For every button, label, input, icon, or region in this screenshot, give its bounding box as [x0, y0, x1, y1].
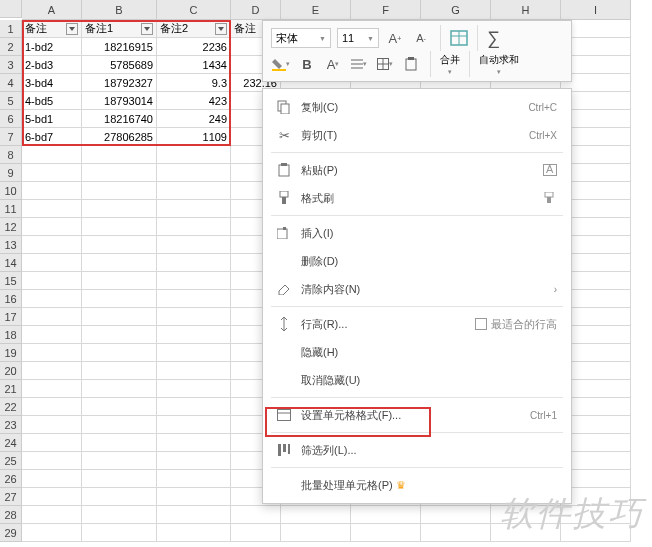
- font-select[interactable]: 宋体▼: [271, 28, 331, 48]
- align-button[interactable]: ▾: [349, 54, 369, 74]
- cell[interactable]: 249: [157, 110, 231, 128]
- best-fit-icon: [475, 318, 487, 330]
- header-cell-c[interactable]: 备注2: [157, 20, 231, 38]
- row-label[interactable]: 12: [0, 218, 22, 236]
- cell[interactable]: 5-bd1: [22, 110, 82, 128]
- row-label[interactable]: 11: [0, 200, 22, 218]
- row-label[interactable]: 28: [0, 506, 22, 524]
- col-A[interactable]: A: [22, 0, 82, 20]
- menu-delete[interactable]: 删除(D): [263, 247, 571, 275]
- svg-rect-3: [272, 69, 286, 71]
- row-label[interactable]: 14: [0, 254, 22, 272]
- svg-rect-15: [281, 163, 287, 166]
- row-label[interactable]: 17: [0, 308, 22, 326]
- fill-color-button[interactable]: ▾: [271, 54, 291, 74]
- row-label[interactable]: 29: [0, 524, 22, 542]
- col-H[interactable]: H: [491, 0, 561, 20]
- menu-format-painter[interactable]: 格式刷: [263, 184, 571, 212]
- paste-special-icon[interactable]: A: [543, 164, 557, 176]
- increase-font-icon[interactable]: A+: [385, 28, 405, 48]
- row-label[interactable]: 16: [0, 290, 22, 308]
- merge-button[interactable]: 合并▾: [440, 53, 460, 76]
- col-I[interactable]: I: [561, 0, 631, 20]
- row-label[interactable]: 2: [0, 38, 22, 56]
- menu-filter[interactable]: 筛选列(L)...: [263, 436, 571, 464]
- cell[interactable]: 9.3: [157, 74, 231, 92]
- col-D[interactable]: D: [231, 0, 281, 20]
- row-label[interactable]: 9: [0, 164, 22, 182]
- row-label[interactable]: 26: [0, 470, 22, 488]
- copy-icon: [273, 100, 295, 114]
- font-size-select[interactable]: 11▼: [337, 28, 379, 48]
- col-F[interactable]: F: [351, 0, 421, 20]
- autosum-button[interactable]: ∑: [487, 28, 500, 49]
- header-cell-b[interactable]: 备注1: [82, 20, 157, 38]
- row-label[interactable]: 13: [0, 236, 22, 254]
- menu-clear[interactable]: 清除内容(N) ›: [263, 275, 571, 303]
- cell[interactable]: 3-bd4: [22, 74, 82, 92]
- svg-rect-14: [279, 165, 289, 176]
- row-label[interactable]: 15: [0, 272, 22, 290]
- row-label[interactable]: 25: [0, 452, 22, 470]
- row-label[interactable]: 27: [0, 488, 22, 506]
- row-label[interactable]: 24: [0, 434, 22, 452]
- cell[interactable]: 1109: [157, 128, 231, 146]
- cell[interactable]: 423: [157, 92, 231, 110]
- autosum-label[interactable]: 自动求和▾: [479, 53, 519, 76]
- cell[interactable]: 1434: [157, 56, 231, 74]
- clipboard-button[interactable]: [401, 54, 421, 74]
- cell[interactable]: 27806285: [82, 128, 157, 146]
- cell[interactable]: 6-bd7: [22, 128, 82, 146]
- insert-icon: [273, 227, 295, 239]
- row-label[interactable]: 5: [0, 92, 22, 110]
- cell[interactable]: 2236: [157, 38, 231, 56]
- menu-paste[interactable]: 粘贴(P) A: [263, 156, 571, 184]
- menu-cut[interactable]: ✂ 剪切(T) Ctrl+X: [263, 121, 571, 149]
- col-B[interactable]: B: [82, 0, 157, 20]
- cell[interactable]: 18216740: [82, 110, 157, 128]
- row-label[interactable]: 22: [0, 398, 22, 416]
- row-label[interactable]: 20: [0, 362, 22, 380]
- cell[interactable]: 2-bd3: [22, 56, 82, 74]
- col-G[interactable]: G: [421, 0, 491, 20]
- cell[interactable]: 18793014: [82, 92, 157, 110]
- row-label[interactable]: 10: [0, 182, 22, 200]
- cell[interactable]: 1-bd2: [22, 38, 82, 56]
- row-label[interactable]: 7: [0, 128, 22, 146]
- bold-button[interactable]: B: [297, 54, 317, 74]
- row-label[interactable]: 18: [0, 326, 22, 344]
- menu-insert[interactable]: 插入(I): [263, 219, 571, 247]
- decrease-font-icon[interactable]: A-: [411, 28, 431, 48]
- svg-rect-13: [281, 104, 289, 114]
- menu-copy[interactable]: 复制(C) Ctrl+C: [263, 93, 571, 121]
- clipboard-icon: [273, 163, 295, 177]
- row-label[interactable]: 3: [0, 56, 22, 74]
- row-label[interactable]: 23: [0, 416, 22, 434]
- menu-format-cells[interactable]: 设置单元格格式(F)... Ctrl+1: [263, 401, 571, 429]
- filter-dropdown-icon[interactable]: [66, 23, 78, 35]
- menu-hide[interactable]: 隐藏(H): [263, 338, 571, 366]
- row-label[interactable]: 6: [0, 110, 22, 128]
- menu-unhide[interactable]: 取消隐藏(U): [263, 366, 571, 394]
- cell[interactable]: 18792327: [82, 74, 157, 92]
- menu-row-height[interactable]: 行高(R)... 最适合的行高: [263, 310, 571, 338]
- cell[interactable]: 5785689: [82, 56, 157, 74]
- filter-dropdown-icon[interactable]: [141, 23, 153, 35]
- col-C[interactable]: C: [157, 0, 231, 20]
- cell[interactable]: 18216915: [82, 38, 157, 56]
- row-1-label[interactable]: 1: [0, 20, 22, 38]
- cell[interactable]: 4-bd5: [22, 92, 82, 110]
- col-E[interactable]: E: [281, 0, 351, 20]
- row-label[interactable]: 21: [0, 380, 22, 398]
- table-style-button[interactable]: [450, 30, 468, 46]
- header-cell-a[interactable]: 备注: [22, 20, 82, 38]
- font-color-button[interactable]: A▾: [323, 54, 343, 74]
- svg-rect-23: [283, 227, 286, 230]
- select-all-corner[interactable]: [0, 0, 22, 18]
- filter-dropdown-icon[interactable]: [215, 23, 227, 35]
- row-label[interactable]: 19: [0, 344, 22, 362]
- menu-batch[interactable]: 批量处理单元格(P) ♛: [263, 471, 571, 499]
- border-button[interactable]: ▾: [375, 54, 395, 74]
- row-label[interactable]: 4: [0, 74, 22, 92]
- row-label[interactable]: 8: [0, 146, 22, 164]
